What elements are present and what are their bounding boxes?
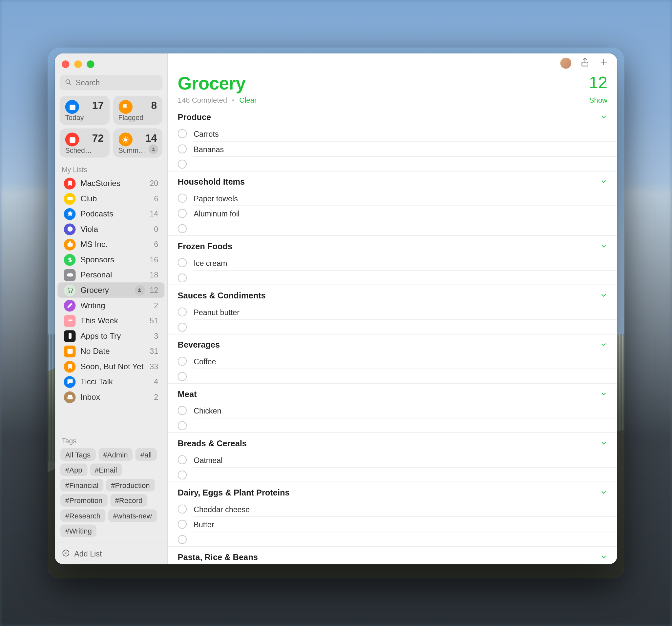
section-header[interactable]: Beverages (168, 334, 617, 354)
complete-toggle[interactable] (178, 159, 187, 169)
section-header[interactable]: Produce (168, 107, 617, 126)
section-header[interactable]: Sauces & Condiments (168, 285, 617, 305)
reminder-row[interactable]: Bananas (168, 142, 617, 156)
reminder-row[interactable]: Peanut butter (168, 305, 617, 319)
chevron-down-icon[interactable] (600, 240, 607, 252)
new-reminder-row[interactable]: . (168, 157, 617, 171)
tag-chip[interactable]: #Email (90, 464, 122, 476)
complete-toggle[interactable] (178, 194, 187, 203)
chevron-down-icon[interactable] (600, 175, 607, 188)
complete-toggle[interactable] (178, 470, 187, 479)
tag-chip[interactable]: #whats-new (108, 509, 157, 522)
new-reminder-row[interactable]: . (168, 320, 617, 334)
reminder-row[interactable]: Coffee (168, 354, 617, 368)
share-icon[interactable] (580, 57, 590, 70)
tag-chip[interactable]: #Research (61, 509, 105, 522)
reminder-row[interactable]: Oatmeal (168, 453, 617, 467)
smart-card-scheduled[interactable]: 72Scheduled (60, 129, 109, 158)
reminder-row[interactable]: Butter (168, 517, 617, 531)
complete-toggle[interactable] (178, 209, 187, 218)
reminder-row[interactable]: Carrots (168, 126, 617, 141)
chevron-down-icon[interactable] (600, 111, 607, 124)
complete-toggle[interactable] (178, 520, 187, 529)
list-row-ms-inc-[interactable]: MS Inc.6 (57, 237, 164, 252)
tag-chip[interactable]: All Tags (61, 448, 95, 461)
complete-toggle[interactable] (178, 372, 187, 381)
tag-chip[interactable]: #Admin (98, 448, 133, 461)
complete-toggle[interactable] (178, 421, 187, 430)
list-row-ticci-talk[interactable]: Ticci Talk4 (57, 374, 164, 390)
complete-toggle[interactable] (178, 406, 187, 415)
smart-card-today[interactable]: 17Today (60, 96, 109, 125)
list-row-no-date[interactable]: ?No Date31 (57, 344, 164, 359)
chevron-down-icon[interactable] (600, 388, 607, 400)
reminder-row[interactable]: Cheddar cheese (168, 502, 617, 516)
section-header[interactable]: Pasta, Rice & Beans (168, 547, 617, 565)
complete-toggle[interactable] (178, 455, 187, 464)
search-field[interactable] (60, 75, 162, 91)
chevron-down-icon[interactable] (600, 486, 607, 499)
section-header[interactable]: Household Items (168, 172, 617, 191)
show-completed-link[interactable]: Show (589, 96, 608, 104)
complete-toggle[interactable] (178, 129, 187, 139)
tag-chip[interactable]: #Promotion (61, 494, 107, 507)
chevron-down-icon[interactable] (600, 339, 607, 351)
list-row-grocery[interactable]: Grocery12 (57, 282, 164, 298)
minimize-window-button[interactable] (74, 60, 82, 68)
new-reminder-row[interactable]: . (168, 271, 617, 284)
list-row-apps-to-try[interactable]: Apps to Try3 (57, 328, 164, 344)
zoom-window-button[interactable] (87, 60, 94, 68)
section-title: Produce (178, 112, 600, 122)
clear-completed-link[interactable]: Clear (239, 96, 257, 104)
list-row-podcasts[interactable]: Podcasts14 (57, 206, 164, 222)
complete-toggle[interactable] (178, 357, 187, 366)
list-row-this-week[interactable]: This Week51 (57, 313, 164, 328)
new-reminder-row[interactable]: . (168, 221, 617, 235)
tag-chip[interactable]: #Writing (61, 525, 97, 537)
reminder-row[interactable]: Chicken (168, 403, 617, 418)
complete-toggle[interactable] (178, 144, 187, 153)
complete-toggle[interactable] (178, 224, 187, 233)
svg-point-23 (69, 292, 70, 293)
section-header[interactable]: Dairy, Eggs & Plant Proteins (168, 482, 617, 502)
reminder-row[interactable]: Ice cream (168, 255, 617, 270)
complete-toggle[interactable] (178, 258, 187, 267)
tag-chip[interactable]: #Production (106, 479, 154, 491)
list-row-personal[interactable]: Personal18 (57, 267, 164, 283)
list-row-viola[interactable]: Viola0 (57, 221, 164, 237)
section-header[interactable]: Meat (168, 384, 617, 403)
complete-toggle[interactable] (178, 307, 187, 317)
reminder-row[interactable]: Aluminum foil (168, 206, 617, 221)
list-row-sponsors[interactable]: Sponsors16 (57, 252, 164, 267)
new-reminder-row[interactable]: . (168, 419, 617, 432)
tag-chip[interactable]: #Record (110, 494, 148, 507)
add-list-button[interactable]: Add List (55, 543, 167, 565)
chevron-down-icon[interactable] (600, 437, 607, 450)
add-reminder-icon[interactable] (599, 57, 609, 70)
section-header[interactable]: Frozen Foods (168, 236, 617, 255)
tag-chip[interactable]: #Financial (61, 479, 103, 491)
complete-toggle[interactable] (178, 322, 187, 331)
list-row-soon-but-not-yet[interactable]: Soon, But Not Yet33 (57, 359, 164, 374)
chevron-down-icon[interactable] (600, 289, 607, 302)
shared-avatar[interactable] (560, 58, 571, 69)
section-header[interactable]: Breads & Cereals (168, 433, 617, 452)
list-row-inbox[interactable]: Inbox2 (57, 389, 164, 405)
smart-card-summer-s-[interactable]: 14Summer S… (113, 129, 162, 158)
complete-toggle[interactable] (178, 534, 187, 544)
complete-toggle[interactable] (178, 504, 187, 514)
list-row-macstories[interactable]: MacStories20 (57, 175, 164, 191)
complete-toggle[interactable] (178, 273, 187, 282)
new-reminder-row[interactable]: . (168, 369, 617, 383)
search-input[interactable] (75, 78, 171, 86)
tag-chip[interactable]: #App (61, 464, 87, 476)
new-reminder-row[interactable]: . (168, 532, 617, 546)
smart-card-flagged[interactable]: 8Flagged (113, 96, 162, 125)
new-reminder-row[interactable]: . (168, 468, 617, 481)
list-row-club[interactable]: Club6 (57, 191, 164, 206)
tag-chip[interactable]: #all (136, 448, 157, 461)
close-window-button[interactable] (62, 60, 69, 68)
list-row-writing[interactable]: Writing2 (57, 298, 164, 313)
reminder-row[interactable]: Paper towels (168, 191, 617, 205)
chevron-down-icon[interactable] (600, 551, 607, 564)
